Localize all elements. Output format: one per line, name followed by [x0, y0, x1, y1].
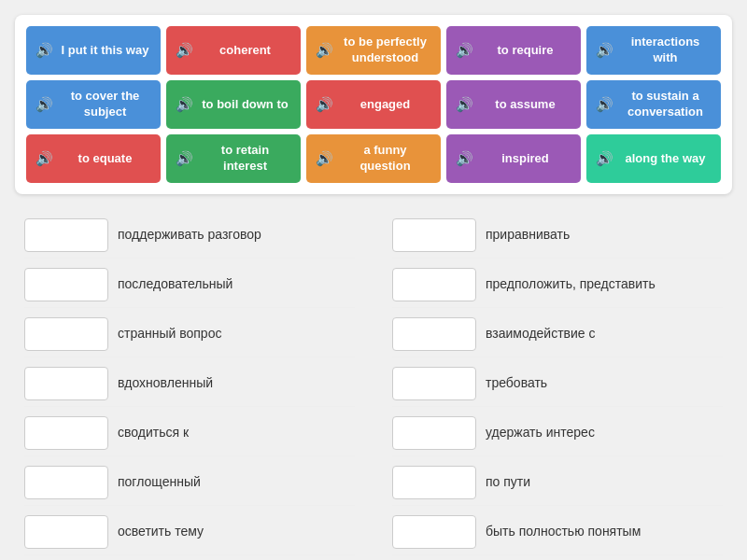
speaker-icon: 🔊: [176, 95, 193, 114]
button-label: interactions with: [619, 35, 712, 66]
match-input-right-4[interactable]: [392, 367, 476, 400]
match-input-left-6[interactable]: [24, 466, 108, 499]
speaker-icon: 🔊: [35, 95, 53, 114]
match-label-left-1: поддерживать разговор: [118, 226, 261, 245]
button-label: I put it this way: [59, 43, 151, 59]
match-label-left-2: последовательный: [118, 275, 233, 294]
button-label: to retain interest: [199, 143, 291, 175]
button-label: to assume: [479, 97, 571, 113]
match-label-right-2: предположить, представить: [486, 275, 655, 294]
phrase-button-14[interactable]: 🔊 inspired: [446, 134, 581, 183]
button-label: a funny question: [339, 143, 431, 175]
speaker-icon: 🔊: [596, 41, 613, 60]
match-label-left-5: сводиться к: [118, 424, 189, 442]
right-column: приравнивать предположить, представить в…: [392, 213, 723, 560]
button-label: to sustain a conversation: [619, 89, 712, 120]
match-row-left-1: поддерживать разговор: [24, 213, 355, 259]
match-label-right-4: требовать: [486, 374, 547, 393]
match-label-left-4: вдохновленный: [118, 374, 213, 393]
button-label: to cover the subject: [59, 89, 151, 120]
match-input-left-5[interactable]: [24, 416, 108, 450]
match-row-right-3: взаимодействие с: [392, 312, 723, 357]
match-row-left-4: вдохновленный: [24, 361, 355, 407]
match-section: поддерживать разговор последовательный с…: [15, 213, 732, 560]
phrase-button-10[interactable]: 🔊 to sustain a conversation: [586, 80, 721, 129]
speaker-icon: 🔊: [456, 149, 473, 168]
match-input-right-2[interactable]: [392, 268, 476, 301]
match-input-right-6[interactable]: [392, 466, 476, 499]
match-row-right-2: предположить, представить: [392, 262, 723, 308]
match-row-right-7: быть полностью понятым: [392, 510, 723, 555]
match-input-right-5[interactable]: [392, 416, 476, 450]
buttons-grid: 🔊 I put it this way 🔊 coherent 🔊 to be p…: [26, 26, 721, 183]
match-input-left-2[interactable]: [24, 268, 108, 301]
phrase-button-8[interactable]: 🔊 engaged: [306, 80, 441, 129]
match-row-left-3: странный вопрос: [24, 312, 355, 357]
phrase-button-1[interactable]: 🔊 I put it this way: [26, 26, 161, 75]
phrase-button-3[interactable]: 🔊 to be perfectly understood: [306, 26, 441, 75]
left-column: поддерживать разговор последовательный с…: [24, 213, 355, 560]
match-label-right-6: по пути: [486, 473, 530, 492]
speaker-icon: 🔊: [316, 95, 333, 114]
match-label-left-7: осветить тему: [118, 523, 204, 541]
button-label: engaged: [339, 97, 431, 113]
speaker-icon: 🔊: [456, 41, 473, 60]
phrase-button-2[interactable]: 🔊 coherent: [166, 26, 301, 75]
match-input-right-7[interactable]: [392, 515, 476, 549]
match-row-right-6: по пути: [392, 460, 723, 506]
match-row-right-1: приравнивать: [392, 213, 723, 259]
phrase-button-6[interactable]: 🔊 to cover the subject: [26, 80, 161, 129]
phrase-button-4[interactable]: 🔊 to require: [446, 26, 581, 75]
match-label-right-7: быть полностью понятым: [486, 523, 641, 541]
match-input-right-3[interactable]: [392, 317, 476, 351]
phrase-button-13[interactable]: 🔊 a funny question: [306, 134, 441, 183]
button-label: to require: [479, 43, 571, 59]
match-row-left-6: поглощенный: [24, 460, 355, 506]
phrase-button-11[interactable]: 🔊 to equate: [26, 134, 161, 183]
speaker-icon: 🔊: [596, 95, 613, 114]
match-row-left-7: осветить тему: [24, 510, 355, 555]
match-input-left-3[interactable]: [24, 317, 108, 351]
button-label: to boil down to: [199, 97, 291, 113]
button-label: to be perfectly understood: [339, 35, 431, 66]
speaker-icon: 🔊: [35, 41, 53, 60]
match-row-right-5: удержать интерес: [392, 411, 723, 456]
button-label: coherent: [199, 43, 291, 59]
match-label-left-6: поглощенный: [118, 473, 201, 492]
phrase-button-7[interactable]: 🔊 to boil down to: [166, 80, 301, 129]
button-label: inspired: [479, 151, 571, 167]
button-label: to equate: [59, 151, 151, 167]
match-label-right-5: удержать интерес: [486, 424, 595, 442]
phrase-buttons-panel: 🔊 I put it this way 🔊 coherent 🔊 to be p…: [15, 15, 732, 194]
match-input-left-1[interactable]: [24, 218, 108, 252]
speaker-icon: 🔊: [596, 149, 613, 168]
button-label: along the way: [619, 151, 712, 167]
match-label-right-1: приравнивать: [486, 226, 570, 245]
speaker-icon: 🔊: [35, 149, 53, 168]
speaker-icon: 🔊: [316, 41, 333, 60]
match-row-left-2: последовательный: [24, 262, 355, 308]
match-row-right-4: требовать: [392, 361, 723, 407]
match-label-right-3: взаимодействие с: [486, 325, 596, 343]
match-input-left-7[interactable]: [24, 515, 108, 549]
phrase-button-12[interactable]: 🔊 to retain interest: [166, 134, 301, 183]
speaker-icon: 🔊: [456, 95, 473, 114]
phrase-button-9[interactable]: 🔊 to assume: [446, 80, 581, 129]
match-input-right-1[interactable]: [392, 218, 476, 252]
speaker-icon: 🔊: [316, 149, 333, 168]
match-input-left-4[interactable]: [24, 367, 108, 400]
match-label-left-3: странный вопрос: [118, 325, 221, 343]
speaker-icon: 🔊: [176, 41, 193, 60]
phrase-button-15[interactable]: 🔊 along the way: [586, 134, 721, 183]
match-row-left-5: сводиться к: [24, 411, 355, 456]
phrase-button-5[interactable]: 🔊 interactions with: [586, 26, 721, 75]
speaker-icon: 🔊: [176, 149, 193, 168]
